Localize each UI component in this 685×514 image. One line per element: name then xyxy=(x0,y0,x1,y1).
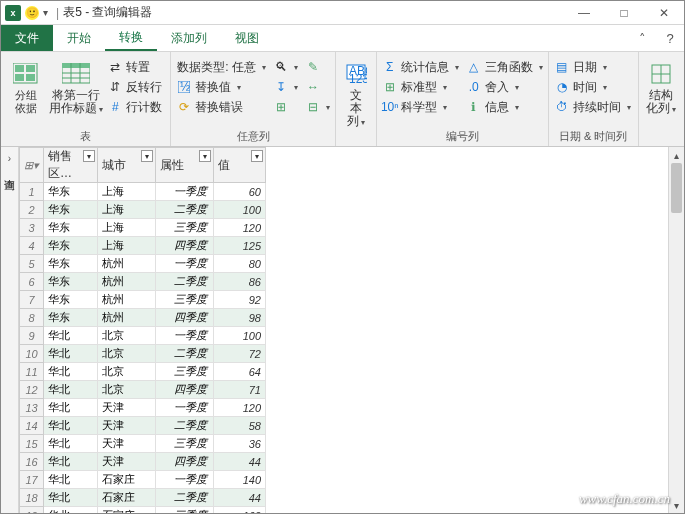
table-row[interactable]: 16华北天津四季度44 xyxy=(20,453,266,471)
cell-value[interactable]: 120 xyxy=(214,219,266,237)
cell-city[interactable]: 杭州 xyxy=(98,291,156,309)
row-number[interactable]: 16 xyxy=(20,453,44,471)
cell-region[interactable]: 华北 xyxy=(44,489,98,507)
tab-home[interactable]: 开始 xyxy=(53,25,105,51)
cell-region[interactable]: 华东 xyxy=(44,219,98,237)
standard-button[interactable]: ⊞标准型▾ xyxy=(383,78,461,96)
pivot-button[interactable]: ⊞ xyxy=(274,98,300,116)
cell-value[interactable]: 36 xyxy=(214,435,266,453)
cell-city[interactable]: 上海 xyxy=(98,219,156,237)
transpose-button[interactable]: ⇄转置 xyxy=(108,58,164,76)
cell-city[interactable]: 天津 xyxy=(98,453,156,471)
close-button[interactable]: ✕ xyxy=(644,1,684,25)
table-row[interactable]: 11华北北京三季度64 xyxy=(20,363,266,381)
queries-pane-collapsed[interactable]: › 查询 xyxy=(1,147,19,513)
table-row[interactable]: 4华东上海四季度125 xyxy=(20,237,266,255)
row-number[interactable]: 11 xyxy=(20,363,44,381)
cell-region[interactable]: 华北 xyxy=(44,399,98,417)
replace-errors-button[interactable]: ⟳替换错误 xyxy=(177,98,268,116)
trig-button[interactable]: △三角函数▾ xyxy=(467,58,545,76)
cell-attr[interactable]: 一季度 xyxy=(156,255,214,273)
table-row[interactable]: 7华东杭州三季度92 xyxy=(20,291,266,309)
tab-addcolumn[interactable]: 添加列 xyxy=(157,25,221,51)
table-row[interactable]: 14华北天津二季度58 xyxy=(20,417,266,435)
table-row[interactable]: 12华北北京四季度71 xyxy=(20,381,266,399)
row-number[interactable]: 13 xyxy=(20,399,44,417)
row-number[interactable]: 17 xyxy=(20,471,44,489)
cell-attr[interactable]: 二季度 xyxy=(156,345,214,363)
cell-attr[interactable]: 一季度 xyxy=(156,327,214,345)
cell-value[interactable]: 80 xyxy=(214,255,266,273)
table-row[interactable]: 13华北天津一季度120 xyxy=(20,399,266,417)
cell-attr[interactable]: 三季度 xyxy=(156,291,214,309)
table-row[interactable]: 18华北石家庄二季度44 xyxy=(20,489,266,507)
row-number[interactable]: 4 xyxy=(20,237,44,255)
tab-transform[interactable]: 转换 xyxy=(105,25,157,51)
cell-attr[interactable]: 四季度 xyxy=(156,309,214,327)
cell-city[interactable]: 上海 xyxy=(98,201,156,219)
scroll-track[interactable] xyxy=(669,163,684,497)
cell-region[interactable]: 华东 xyxy=(44,237,98,255)
table-corner[interactable]: ⊞▾ xyxy=(20,148,44,183)
qat-dropdown-icon[interactable]: ▾ xyxy=(43,7,48,18)
cell-attr[interactable]: 三季度 xyxy=(156,435,214,453)
cell-value[interactable]: 58 xyxy=(214,417,266,435)
filter-icon[interactable]: ▾ xyxy=(251,150,263,162)
cell-attr[interactable]: 三季度 xyxy=(156,219,214,237)
cell-region[interactable]: 华北 xyxy=(44,345,98,363)
filter-icon[interactable]: ▾ xyxy=(199,150,211,162)
column-header-value[interactable]: 值▾ xyxy=(214,148,266,183)
cell-region[interactable]: 华北 xyxy=(44,417,98,435)
table-row[interactable]: 3华东上海三季度120 xyxy=(20,219,266,237)
scroll-up-icon[interactable]: ▴ xyxy=(669,147,684,163)
cell-attr[interactable]: 一季度 xyxy=(156,183,214,201)
cell-attr[interactable]: 三季度 xyxy=(156,507,214,514)
cell-attr[interactable]: 四季度 xyxy=(156,453,214,471)
row-number[interactable]: 9 xyxy=(20,327,44,345)
row-number[interactable]: 3 xyxy=(20,219,44,237)
scroll-down-icon[interactable]: ▾ xyxy=(669,497,684,513)
cell-attr[interactable]: 四季度 xyxy=(156,381,214,399)
table-row[interactable]: 15华北天津三季度36 xyxy=(20,435,266,453)
cell-region[interactable]: 华北 xyxy=(44,471,98,489)
cell-region[interactable]: 华北 xyxy=(44,327,98,345)
cell-value[interactable]: 169 xyxy=(214,507,266,514)
row-number[interactable]: 7 xyxy=(20,291,44,309)
row-number[interactable]: 15 xyxy=(20,435,44,453)
cell-attr[interactable]: 二季度 xyxy=(156,273,214,291)
date-button[interactable]: ▤日期▾ xyxy=(555,58,633,76)
table-row[interactable]: 8华东杭州四季度98 xyxy=(20,309,266,327)
cell-city[interactable]: 北京 xyxy=(98,327,156,345)
table-row[interactable]: 1华东上海一季度60 xyxy=(20,183,266,201)
table-row[interactable]: 17华北石家庄一季度140 xyxy=(20,471,266,489)
cell-city[interactable]: 天津 xyxy=(98,417,156,435)
text-column-button[interactable]: ABC123 文 本 列▾ xyxy=(342,58,370,129)
data-type-button[interactable]: 数据类型: 任意▾ xyxy=(177,58,268,76)
cell-value[interactable]: 100 xyxy=(214,327,266,345)
cell-region[interactable]: 华北 xyxy=(44,363,98,381)
group-by-button[interactable]: 分组 依据 xyxy=(7,58,44,115)
cell-attr[interactable]: 三季度 xyxy=(156,363,214,381)
cell-city[interactable]: 杭州 xyxy=(98,309,156,327)
structured-column-button[interactable]: 结构 化列▾ xyxy=(645,58,678,116)
cell-city[interactable]: 石家庄 xyxy=(98,507,156,514)
cell-city[interactable]: 天津 xyxy=(98,399,156,417)
cell-region[interactable]: 华北 xyxy=(44,453,98,471)
table-row[interactable]: 19华北石家庄三季度169 xyxy=(20,507,266,514)
cell-value[interactable]: 44 xyxy=(214,453,266,471)
cell-value[interactable]: 60 xyxy=(214,183,266,201)
cell-attr[interactable]: 二季度 xyxy=(156,201,214,219)
cell-region[interactable]: 华东 xyxy=(44,291,98,309)
minimize-button[interactable]: — xyxy=(564,1,604,25)
row-number[interactable]: 18 xyxy=(20,489,44,507)
cell-city[interactable]: 北京 xyxy=(98,345,156,363)
rounding-button[interactable]: .0舍入▾ xyxy=(467,78,545,96)
reverse-rows-button[interactable]: ⇵反转行 xyxy=(108,78,164,96)
cell-value[interactable]: 71 xyxy=(214,381,266,399)
unpivot-button[interactable]: ⊟▾ xyxy=(306,98,332,116)
cell-value[interactable]: 72 xyxy=(214,345,266,363)
cell-region[interactable]: 华北 xyxy=(44,381,98,399)
row-number[interactable]: 1 xyxy=(20,183,44,201)
statistics-button[interactable]: Σ统计信息▾ xyxy=(383,58,461,76)
cell-attr[interactable]: 二季度 xyxy=(156,489,214,507)
